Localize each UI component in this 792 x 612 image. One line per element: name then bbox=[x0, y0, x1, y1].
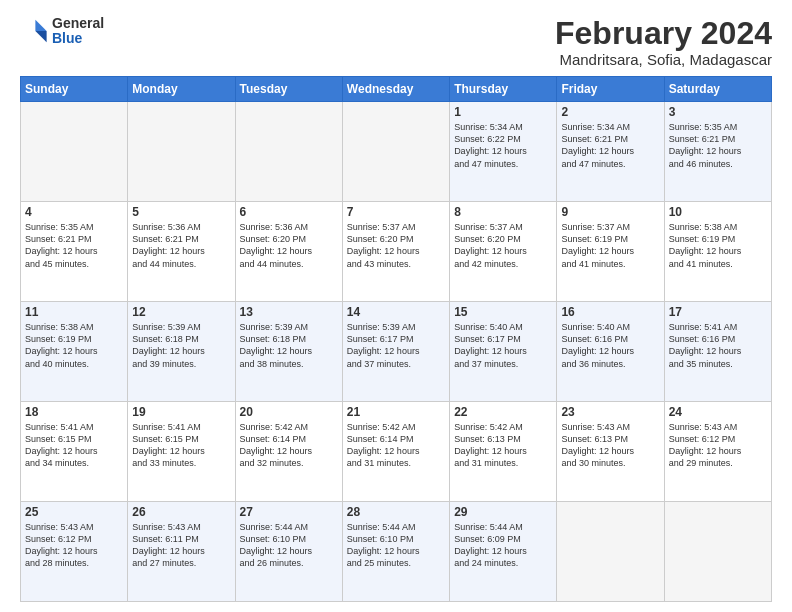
main-title: February 2024 bbox=[555, 16, 772, 51]
day-info: Sunrise: 5:37 AM Sunset: 6:19 PM Dayligh… bbox=[561, 221, 659, 270]
day-number: 22 bbox=[454, 405, 552, 419]
day-number: 1 bbox=[454, 105, 552, 119]
calendar-cell bbox=[128, 102, 235, 202]
calendar-cell: 6Sunrise: 5:36 AM Sunset: 6:20 PM Daylig… bbox=[235, 202, 342, 302]
day-info: Sunrise: 5:43 AM Sunset: 6:11 PM Dayligh… bbox=[132, 521, 230, 570]
calendar-header-row: SundayMondayTuesdayWednesdayThursdayFrid… bbox=[21, 77, 772, 102]
svg-marker-1 bbox=[35, 31, 46, 42]
day-info: Sunrise: 5:38 AM Sunset: 6:19 PM Dayligh… bbox=[669, 221, 767, 270]
day-info: Sunrise: 5:41 AM Sunset: 6:15 PM Dayligh… bbox=[25, 421, 123, 470]
svg-marker-0 bbox=[35, 20, 46, 31]
day-number: 16 bbox=[561, 305, 659, 319]
day-number: 9 bbox=[561, 205, 659, 219]
day-info: Sunrise: 5:43 AM Sunset: 6:13 PM Dayligh… bbox=[561, 421, 659, 470]
day-number: 5 bbox=[132, 205, 230, 219]
logo-general: General bbox=[52, 16, 104, 31]
logo: General Blue bbox=[20, 16, 104, 47]
logo-icon bbox=[20, 17, 48, 45]
calendar-cell: 20Sunrise: 5:42 AM Sunset: 6:14 PM Dayli… bbox=[235, 402, 342, 502]
day-number: 4 bbox=[25, 205, 123, 219]
logo-text: General Blue bbox=[52, 16, 104, 47]
day-info: Sunrise: 5:36 AM Sunset: 6:20 PM Dayligh… bbox=[240, 221, 338, 270]
calendar-cell: 21Sunrise: 5:42 AM Sunset: 6:14 PM Dayli… bbox=[342, 402, 449, 502]
calendar-cell: 8Sunrise: 5:37 AM Sunset: 6:20 PM Daylig… bbox=[450, 202, 557, 302]
day-number: 27 bbox=[240, 505, 338, 519]
day-number: 26 bbox=[132, 505, 230, 519]
day-info: Sunrise: 5:44 AM Sunset: 6:10 PM Dayligh… bbox=[347, 521, 445, 570]
day-number: 3 bbox=[669, 105, 767, 119]
calendar-day-header: Saturday bbox=[664, 77, 771, 102]
calendar-cell: 9Sunrise: 5:37 AM Sunset: 6:19 PM Daylig… bbox=[557, 202, 664, 302]
calendar-cell: 27Sunrise: 5:44 AM Sunset: 6:10 PM Dayli… bbox=[235, 502, 342, 602]
day-info: Sunrise: 5:39 AM Sunset: 6:18 PM Dayligh… bbox=[132, 321, 230, 370]
day-info: Sunrise: 5:44 AM Sunset: 6:10 PM Dayligh… bbox=[240, 521, 338, 570]
calendar-cell: 4Sunrise: 5:35 AM Sunset: 6:21 PM Daylig… bbox=[21, 202, 128, 302]
subtitle: Mandritsara, Sofia, Madagascar bbox=[555, 51, 772, 68]
calendar-cell: 3Sunrise: 5:35 AM Sunset: 6:21 PM Daylig… bbox=[664, 102, 771, 202]
logo-blue: Blue bbox=[52, 31, 104, 46]
day-number: 12 bbox=[132, 305, 230, 319]
day-info: Sunrise: 5:36 AM Sunset: 6:21 PM Dayligh… bbox=[132, 221, 230, 270]
calendar-cell: 16Sunrise: 5:40 AM Sunset: 6:16 PM Dayli… bbox=[557, 302, 664, 402]
page: General Blue February 2024 Mandritsara, … bbox=[0, 0, 792, 612]
day-info: Sunrise: 5:40 AM Sunset: 6:16 PM Dayligh… bbox=[561, 321, 659, 370]
calendar-cell: 7Sunrise: 5:37 AM Sunset: 6:20 PM Daylig… bbox=[342, 202, 449, 302]
day-number: 17 bbox=[669, 305, 767, 319]
day-number: 19 bbox=[132, 405, 230, 419]
day-info: Sunrise: 5:42 AM Sunset: 6:14 PM Dayligh… bbox=[347, 421, 445, 470]
day-number: 29 bbox=[454, 505, 552, 519]
calendar-cell: 15Sunrise: 5:40 AM Sunset: 6:17 PM Dayli… bbox=[450, 302, 557, 402]
day-number: 23 bbox=[561, 405, 659, 419]
day-info: Sunrise: 5:40 AM Sunset: 6:17 PM Dayligh… bbox=[454, 321, 552, 370]
calendar-day-header: Thursday bbox=[450, 77, 557, 102]
calendar-week-row: 11Sunrise: 5:38 AM Sunset: 6:19 PM Dayli… bbox=[21, 302, 772, 402]
calendar-cell: 13Sunrise: 5:39 AM Sunset: 6:18 PM Dayli… bbox=[235, 302, 342, 402]
calendar-cell: 26Sunrise: 5:43 AM Sunset: 6:11 PM Dayli… bbox=[128, 502, 235, 602]
day-number: 6 bbox=[240, 205, 338, 219]
day-number: 10 bbox=[669, 205, 767, 219]
calendar-cell bbox=[557, 502, 664, 602]
calendar-cell: 22Sunrise: 5:42 AM Sunset: 6:13 PM Dayli… bbox=[450, 402, 557, 502]
day-number: 11 bbox=[25, 305, 123, 319]
calendar-cell: 11Sunrise: 5:38 AM Sunset: 6:19 PM Dayli… bbox=[21, 302, 128, 402]
day-info: Sunrise: 5:42 AM Sunset: 6:13 PM Dayligh… bbox=[454, 421, 552, 470]
day-number: 8 bbox=[454, 205, 552, 219]
day-number: 14 bbox=[347, 305, 445, 319]
calendar-table: SundayMondayTuesdayWednesdayThursdayFrid… bbox=[20, 76, 772, 602]
calendar-cell: 19Sunrise: 5:41 AM Sunset: 6:15 PM Dayli… bbox=[128, 402, 235, 502]
calendar-cell: 14Sunrise: 5:39 AM Sunset: 6:17 PM Dayli… bbox=[342, 302, 449, 402]
day-info: Sunrise: 5:43 AM Sunset: 6:12 PM Dayligh… bbox=[669, 421, 767, 470]
calendar-cell: 12Sunrise: 5:39 AM Sunset: 6:18 PM Dayli… bbox=[128, 302, 235, 402]
day-number: 2 bbox=[561, 105, 659, 119]
calendar-cell bbox=[664, 502, 771, 602]
day-number: 15 bbox=[454, 305, 552, 319]
calendar-day-header: Friday bbox=[557, 77, 664, 102]
day-number: 21 bbox=[347, 405, 445, 419]
calendar-day-header: Wednesday bbox=[342, 77, 449, 102]
day-number: 28 bbox=[347, 505, 445, 519]
calendar-day-header: Tuesday bbox=[235, 77, 342, 102]
header: General Blue February 2024 Mandritsara, … bbox=[20, 16, 772, 68]
day-info: Sunrise: 5:44 AM Sunset: 6:09 PM Dayligh… bbox=[454, 521, 552, 570]
day-info: Sunrise: 5:39 AM Sunset: 6:18 PM Dayligh… bbox=[240, 321, 338, 370]
calendar-cell: 23Sunrise: 5:43 AM Sunset: 6:13 PM Dayli… bbox=[557, 402, 664, 502]
day-info: Sunrise: 5:41 AM Sunset: 6:16 PM Dayligh… bbox=[669, 321, 767, 370]
calendar-cell: 10Sunrise: 5:38 AM Sunset: 6:19 PM Dayli… bbox=[664, 202, 771, 302]
day-info: Sunrise: 5:37 AM Sunset: 6:20 PM Dayligh… bbox=[454, 221, 552, 270]
calendar-cell bbox=[21, 102, 128, 202]
calendar-cell: 25Sunrise: 5:43 AM Sunset: 6:12 PM Dayli… bbox=[21, 502, 128, 602]
calendar-week-row: 1Sunrise: 5:34 AM Sunset: 6:22 PM Daylig… bbox=[21, 102, 772, 202]
day-number: 13 bbox=[240, 305, 338, 319]
calendar-cell: 1Sunrise: 5:34 AM Sunset: 6:22 PM Daylig… bbox=[450, 102, 557, 202]
day-info: Sunrise: 5:42 AM Sunset: 6:14 PM Dayligh… bbox=[240, 421, 338, 470]
day-info: Sunrise: 5:34 AM Sunset: 6:21 PM Dayligh… bbox=[561, 121, 659, 170]
day-info: Sunrise: 5:38 AM Sunset: 6:19 PM Dayligh… bbox=[25, 321, 123, 370]
day-info: Sunrise: 5:35 AM Sunset: 6:21 PM Dayligh… bbox=[669, 121, 767, 170]
title-block: February 2024 Mandritsara, Sofia, Madaga… bbox=[555, 16, 772, 68]
day-info: Sunrise: 5:41 AM Sunset: 6:15 PM Dayligh… bbox=[132, 421, 230, 470]
calendar-cell: 17Sunrise: 5:41 AM Sunset: 6:16 PM Dayli… bbox=[664, 302, 771, 402]
calendar-cell: 5Sunrise: 5:36 AM Sunset: 6:21 PM Daylig… bbox=[128, 202, 235, 302]
calendar-cell: 18Sunrise: 5:41 AM Sunset: 6:15 PM Dayli… bbox=[21, 402, 128, 502]
calendar-day-header: Sunday bbox=[21, 77, 128, 102]
day-number: 25 bbox=[25, 505, 123, 519]
